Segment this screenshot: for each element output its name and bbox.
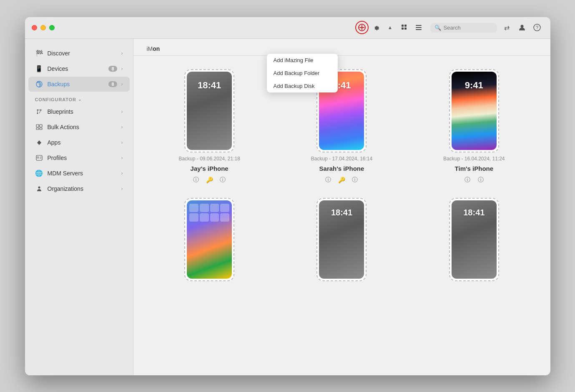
device-time-5: 18:41 [331, 208, 352, 217]
sidebar-item-profiles[interactable]: Profiles › [28, 150, 130, 165]
backup-item-4 [150, 198, 269, 288]
profile-icon [518, 24, 526, 31]
key-icon-jay[interactable]: 🔑 [205, 175, 214, 185]
devices-chevron: › [121, 66, 123, 72]
transfer-button[interactable]: ⇄ [500, 21, 514, 34]
profiles-icon [35, 154, 43, 162]
list-view-button[interactable] [412, 21, 425, 34]
device-screen-6: 18:41 [452, 200, 497, 279]
key-icon-sarah[interactable]: 🔑 [337, 175, 346, 185]
close-button[interactable] [32, 25, 37, 30]
device-frame-tim[interactable]: 9:41 [449, 69, 499, 152]
sidebar-item-discover[interactable]: 🏁 Discover › [28, 46, 130, 61]
add-imazing-file-item[interactable]: Add iMazing File [267, 54, 338, 67]
sidebar-item-organizations[interactable]: Organizations › [28, 181, 130, 196]
app-window: ▲ 🔍 ⇄ [25, 17, 550, 375]
minimize-button[interactable] [40, 25, 46, 30]
info-icon-sarah[interactable]: ⓘ [324, 175, 333, 185]
circle-info-icon-tim[interactable]: ⓘ [476, 175, 485, 185]
device-time-tim: 9:41 [465, 80, 483, 91]
device-screen-4 [187, 200, 232, 279]
search-input[interactable] [444, 25, 493, 31]
sidebar-item-bulk-actions[interactable]: Bulk Actions › [28, 120, 130, 135]
svg-rect-4 [404, 25, 407, 27]
sidebar-item-mdm[interactable]: 🌐 MDM Servers › [28, 166, 130, 181]
search-bar: 🔍 [430, 23, 497, 32]
device-actions-tim: ⓘ ⓘ [463, 175, 485, 185]
backup-date-jay: Backup - 09.06.2024, 21:18 [178, 156, 240, 162]
svg-point-10 [520, 25, 523, 28]
profile-button[interactable] [515, 21, 529, 34]
grid-view-button[interactable] [398, 21, 411, 34]
backups-chevron: › [121, 81, 123, 87]
device-frame-4[interactable] [184, 198, 234, 281]
bulk-actions-label: Bulk Actions [48, 124, 117, 130]
sidebar-item-backups[interactable]: Backups 8 › [28, 77, 130, 92]
discover-chevron: › [121, 50, 123, 56]
svg-point-25 [37, 157, 39, 158]
backup-item-5: 18:41 [282, 198, 401, 288]
sidebar: 🏁 Discover › 📱 Devices 8 › [25, 39, 133, 375]
svg-rect-23 [40, 128, 42, 130]
device-frame-jay[interactable]: 18:41 [184, 69, 234, 152]
configurator-chevron[interactable]: ⌄ [78, 97, 82, 102]
search-icon: 🔍 [434, 25, 441, 31]
chevron-up-button[interactable]: ▲ [384, 21, 397, 34]
circle-info-icon-jay[interactable]: ⓘ [218, 175, 227, 185]
backup-item-jay: 18:41 Backup - 09.06.2024, 21:18 Jay's i… [150, 69, 269, 185]
sidebar-item-blueprints[interactable]: Blueprints › [28, 104, 130, 119]
device-frame-5[interactable]: 18:41 [316, 198, 367, 281]
flag-icon: 🏁 [35, 49, 43, 57]
device-frame-6[interactable]: 18:41 [449, 198, 499, 281]
apps-label: Apps [48, 139, 117, 146]
org-icon [35, 185, 43, 193]
backups-badge: 8 [108, 81, 117, 87]
backup-grid: 18:41 Backup - 09.06.2024, 21:18 Jay's i… [133, 56, 550, 301]
content-title-bold: on [153, 45, 160, 52]
content-header: iM on [133, 39, 550, 56]
info-icon-tim[interactable]: ⓘ [463, 175, 472, 185]
svg-rect-5 [402, 27, 404, 30]
sidebar-item-devices[interactable]: 📱 Devices 8 › [28, 61, 130, 76]
svg-point-26 [38, 186, 40, 188]
svg-rect-20 [36, 125, 39, 127]
help-icon: ? [533, 24, 541, 31]
gear-icon [372, 24, 380, 31]
traffic-lights [32, 25, 55, 30]
mdm-icon: 🌐 [35, 169, 43, 177]
device-screen-jay: 18:41 [187, 72, 232, 150]
add-backup-disk-item[interactable]: Add Backup Disk [267, 80, 338, 92]
settings-button[interactable] [369, 21, 383, 34]
backups-label: Backups [48, 81, 105, 87]
device-time-jay: 18:41 [198, 80, 221, 91]
svg-rect-22 [36, 128, 39, 130]
toolbar-center-group: ▲ [355, 21, 425, 34]
device-time-6: 18:41 [463, 208, 485, 217]
devices-badge: 8 [108, 66, 117, 72]
organizations-label: Organizations [48, 185, 117, 192]
backup-name-jay: Jay's iPhone [191, 165, 228, 172]
sidebar-item-apps[interactable]: Apps › [28, 135, 130, 150]
help-button[interactable]: ? [530, 21, 544, 34]
info-icon-jay[interactable]: ⓘ [191, 175, 201, 185]
backup-name-tim: Tim's iPhone [455, 165, 493, 172]
add-button[interactable] [355, 21, 369, 34]
svg-line-19 [39, 110, 41, 113]
blueprint-icon [35, 107, 43, 116]
add-backup-folder-item[interactable]: Add Backup Folder [267, 67, 338, 80]
list-icon [415, 24, 422, 31]
backup-date-sarah: Backup - 17.04.2024, 16:14 [311, 156, 372, 162]
device-screen-tim: 9:41 [452, 72, 497, 150]
backup-icon [35, 80, 43, 88]
apps-icon [35, 138, 43, 147]
discover-label: Discover [48, 50, 117, 57]
svg-rect-3 [402, 25, 404, 27]
maximize-button[interactable] [49, 25, 55, 30]
svg-rect-6 [404, 27, 407, 30]
bulk-actions-icon [35, 123, 43, 131]
mdm-label: MDM Servers [48, 170, 117, 177]
device-actions-jay: ⓘ 🔑 ⓘ [191, 175, 227, 185]
circle-info-icon-sarah[interactable]: ⓘ [350, 175, 359, 185]
svg-rect-7 [416, 25, 422, 26]
blueprints-label: Blueprints [48, 108, 117, 115]
